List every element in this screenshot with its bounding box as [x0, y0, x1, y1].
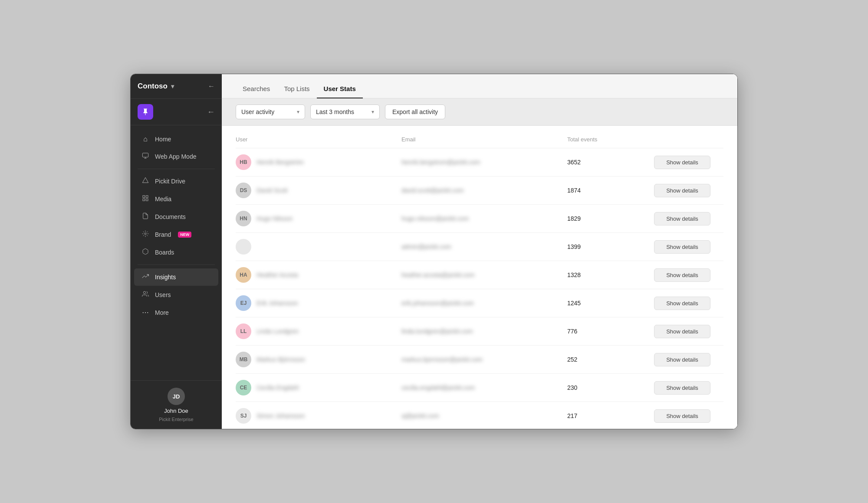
svg-rect-5	[146, 199, 148, 201]
brand-icon	[141, 230, 150, 239]
user-avatar-9: CE	[236, 380, 251, 395]
filter-period-dropdown[interactable]: Last 3 months ▾	[310, 105, 380, 119]
user-name-3: Hugo Nilsson	[256, 215, 293, 222]
home-icon: ⌂	[141, 135, 150, 143]
email-cell-3: hugo.nilsson@pickit.com	[401, 215, 567, 222]
show-details-button-5[interactable]: Show details	[654, 268, 710, 282]
show-details-button-4[interactable]: Show details	[654, 240, 710, 254]
user-cell	[236, 239, 401, 255]
user-cell: HB Henrik Bergström	[236, 154, 401, 170]
sidebar-item-documents[interactable]: Documents	[134, 208, 218, 225]
user-plan: Pickit Enterprise	[159, 417, 193, 422]
user-name: John Doe	[164, 408, 188, 414]
toolbar: User activity ▾ Last 3 months ▾ Export a…	[222, 98, 737, 126]
sidebar-item-home[interactable]: ⌂ Home	[134, 131, 218, 147]
sidebar-item-label: Boards	[155, 249, 174, 256]
pin-icon[interactable]	[138, 104, 153, 120]
user-name-6: Erik Johansson	[256, 300, 298, 307]
events-cell-4: 1399	[567, 243, 654, 250]
sidebar-nav: ⌂ Home Web App Mode Pi	[131, 125, 222, 380]
email-cell-5: heather.acosta@pickit.com	[401, 271, 567, 278]
brand-name: Contoso	[138, 82, 168, 91]
sidebar-item-web-app-mode[interactable]: Web App Mode	[134, 148, 218, 165]
user-cell: LL Linda Lundgren	[236, 323, 401, 339]
sidebar-item-boards[interactable]: Boards	[134, 244, 218, 261]
table-row: HN Hugo Nilsson hugo.nilsson@pickit.com …	[236, 205, 723, 233]
sidebar-back-icon[interactable]: ←	[208, 82, 215, 90]
show-details-button-3[interactable]: Show details	[654, 212, 710, 225]
user-name-8: Markus Björnsson	[256, 356, 305, 363]
insights-icon	[141, 273, 150, 281]
email-cell-2: david.scott@pickit.com	[401, 187, 567, 194]
more-icon: ⋯	[141, 308, 150, 317]
show-details-button-8[interactable]: Show details	[654, 353, 710, 366]
user-name-5: Heather Acosta	[256, 271, 298, 278]
email-cell-7: linda.lundgren@pickit.com	[401, 328, 567, 335]
email-cell-4: admin@pickit.com	[401, 243, 567, 250]
events-cell-7: 776	[567, 328, 654, 335]
email-cell-1: henrik.bergstrom@pickit.com	[401, 159, 567, 166]
brand-dropdown-icon[interactable]: ▾	[171, 83, 174, 90]
user-avatar-7: LL	[236, 323, 251, 339]
user-avatar-10: SJ	[236, 408, 251, 424]
table-row: MB Markus Björnsson markus.bjornsson@pic…	[236, 346, 723, 374]
show-details-button-10[interactable]: Show details	[654, 409, 710, 423]
table-row: HA Heather Acosta heather.acosta@pickit.…	[236, 261, 723, 289]
sidebar-item-brand[interactable]: Brand NEW	[134, 226, 218, 243]
filter-period-label: Last 3 months	[316, 108, 354, 115]
show-details-button-1[interactable]: Show details	[654, 156, 710, 169]
filter-activity-dropdown[interactable]: User activity ▾	[236, 105, 305, 119]
export-all-button[interactable]: Export all activity	[385, 105, 445, 119]
main-content: Searches Top Lists User Stats User activ…	[222, 74, 737, 429]
table-row: EJ Erik Johansson erik.johansson@pickit.…	[236, 289, 723, 317]
sidebar-brand: Contoso ▾	[138, 82, 174, 91]
nav-divider-1	[138, 169, 215, 169]
col-header-user: User	[236, 136, 401, 143]
user-avatar-2: DS	[236, 183, 251, 198]
show-details-button-6[interactable]: Show details	[654, 297, 710, 310]
svg-rect-0	[142, 153, 148, 157]
events-cell-8: 252	[567, 356, 654, 363]
email-cell-6: erik.johansson@pickit.com	[401, 300, 567, 307]
show-details-button-2[interactable]: Show details	[654, 184, 710, 197]
sidebar: Contoso ▾ ← ← ⌂ Home	[131, 74, 222, 429]
events-cell-1: 3652	[567, 159, 654, 166]
svg-point-6	[145, 233, 146, 235]
documents-icon	[141, 212, 150, 221]
user-name-9: Cecilia Engdahl	[256, 384, 299, 391]
user-avatar-3: HN	[236, 211, 251, 226]
email-cell-8: markus.bjornsson@pickit.com	[401, 356, 567, 363]
sidebar-item-users[interactable]: Users	[134, 286, 218, 304]
sidebar-item-more[interactable]: ⋯ More	[134, 304, 218, 321]
table-row: HB Henrik Bergström henrik.bergstrom@pic…	[236, 148, 723, 176]
events-cell-2: 1874	[567, 187, 654, 194]
drive-icon	[141, 177, 150, 186]
sidebar-item-media[interactable]: Media	[134, 190, 218, 208]
email-cell-9: cecilia.engdahl@pickit.com	[401, 384, 567, 391]
tab-user-stats[interactable]: User Stats	[317, 80, 363, 98]
filter-chevron-icon: ▾	[297, 109, 299, 115]
events-cell-9: 230	[567, 384, 654, 391]
media-icon	[141, 195, 150, 203]
svg-point-7	[143, 291, 145, 294]
events-cell-5: 1328	[567, 271, 654, 278]
collapse-icon[interactable]: ←	[207, 108, 215, 117]
show-details-button-7[interactable]: Show details	[654, 325, 710, 338]
sidebar-header: Contoso ▾ ←	[131, 74, 222, 99]
sidebar-item-label: Users	[155, 291, 171, 298]
user-avatar-4	[236, 239, 251, 255]
tabs-bar: Searches Top Lists User Stats	[222, 74, 737, 98]
tab-top-lists[interactable]: Top Lists	[277, 80, 316, 98]
monitor-icon	[141, 152, 150, 161]
sidebar-item-pickit-drive[interactable]: Pickit Drive	[134, 173, 218, 190]
table-row: SJ Simon Johansson sj@pickit.com 217 Sho…	[236, 402, 723, 429]
show-details-button-9[interactable]: Show details	[654, 381, 710, 395]
svg-rect-4	[143, 199, 145, 201]
sidebar-item-insights[interactable]: Insights	[134, 268, 218, 286]
table-row: admin@pickit.com 1399 Show details	[236, 233, 723, 261]
table-row: CE Cecilia Engdahl cecilia.engdahl@picki…	[236, 374, 723, 402]
sidebar-footer: JD John Doe Pickit Enterprise	[131, 380, 222, 429]
tab-searches[interactable]: Searches	[236, 80, 277, 98]
table-body: HB Henrik Bergström henrik.bergstrom@pic…	[236, 148, 723, 429]
brand-new-badge: NEW	[178, 232, 191, 238]
